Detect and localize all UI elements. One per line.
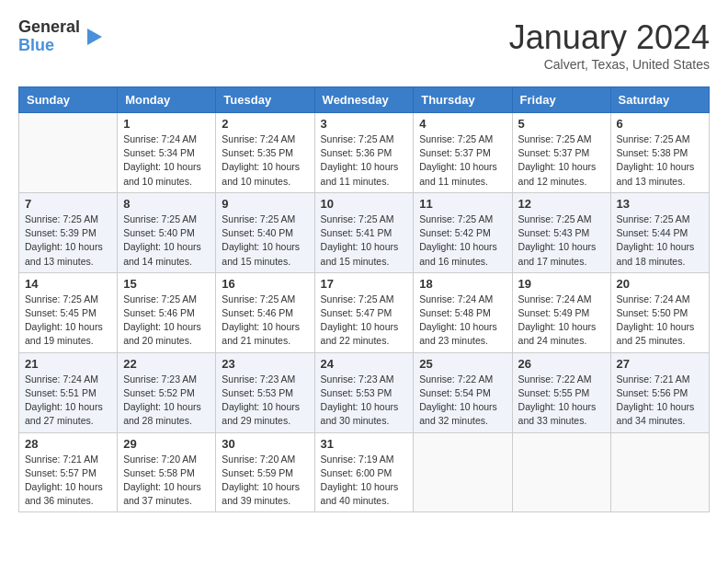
day-info: Sunrise: 7:21 AMSunset: 5:56 PMDaylight:…: [617, 373, 703, 429]
day-info: Sunrise: 7:20 AMSunset: 5:59 PMDaylight:…: [222, 453, 308, 509]
day-number: 17: [321, 277, 408, 291]
calendar-day-cell: 29Sunrise: 7:20 AMSunset: 5:58 PMDayligh…: [118, 432, 216, 512]
weekday-header-wednesday: Wednesday: [314, 87, 414, 113]
weekday-header-row: SundayMondayTuesdayWednesdayThursdayFrid…: [19, 87, 710, 113]
calendar-week-row: 14Sunrise: 7:25 AMSunset: 5:45 PMDayligh…: [19, 272, 710, 352]
day-number: 8: [123, 197, 210, 211]
day-info: Sunrise: 7:25 AMSunset: 5:40 PMDaylight:…: [222, 213, 308, 269]
calendar-day-cell: [414, 432, 512, 512]
day-number: 25: [419, 357, 506, 371]
day-number: 23: [222, 357, 308, 371]
logo-blue: Blue: [18, 37, 80, 55]
title-area: January 2024 Calvert, Texas, United Stat…: [509, 18, 710, 72]
calendar-week-row: 21Sunrise: 7:24 AMSunset: 5:51 PMDayligh…: [19, 352, 710, 432]
calendar-day-cell: 2Sunrise: 7:24 AMSunset: 5:35 PMDaylight…: [216, 113, 314, 193]
calendar-week-row: 1Sunrise: 7:24 AMSunset: 5:34 PMDaylight…: [19, 113, 710, 193]
calendar-day-cell: 21Sunrise: 7:24 AMSunset: 5:51 PMDayligh…: [19, 352, 118, 432]
day-info: Sunrise: 7:24 AMSunset: 5:35 PMDaylight:…: [222, 132, 308, 189]
day-number: 5: [518, 117, 605, 131]
calendar-day-cell: 7Sunrise: 7:25 AMSunset: 5:39 PMDaylight…: [19, 192, 118, 272]
day-info: Sunrise: 7:22 AMSunset: 5:55 PMDaylight:…: [518, 373, 605, 429]
calendar-day-cell: 13Sunrise: 7:25 AMSunset: 5:44 PMDayligh…: [610, 192, 709, 272]
day-number: 11: [419, 197, 506, 211]
weekday-header-thursday: Thursday: [414, 87, 512, 113]
weekday-header-friday: Friday: [512, 87, 610, 113]
calendar-day-cell: 31Sunrise: 7:19 AMSunset: 6:00 PMDayligh…: [314, 432, 414, 512]
logo: General Blue: [18, 18, 104, 55]
day-info: Sunrise: 7:25 AMSunset: 5:44 PMDaylight:…: [617, 213, 703, 269]
month-title: January 2024: [509, 18, 710, 57]
day-info: Sunrise: 7:25 AMSunset: 5:45 PMDaylight:…: [25, 293, 111, 349]
day-info: Sunrise: 7:23 AMSunset: 5:53 PMDaylight:…: [222, 373, 308, 429]
logo-icon: [85, 27, 104, 47]
day-number: 28: [25, 437, 111, 451]
calendar-day-cell: 22Sunrise: 7:23 AMSunset: 5:52 PMDayligh…: [118, 352, 216, 432]
day-info: Sunrise: 7:25 AMSunset: 5:46 PMDaylight:…: [222, 293, 308, 349]
weekday-header-sunday: Sunday: [19, 87, 118, 113]
day-number: 24: [321, 357, 408, 371]
calendar-day-cell: 5Sunrise: 7:25 AMSunset: 5:37 PMDaylight…: [512, 113, 610, 193]
calendar-day-cell: 28Sunrise: 7:21 AMSunset: 5:57 PMDayligh…: [19, 432, 118, 512]
calendar-day-cell: 6Sunrise: 7:25 AMSunset: 5:38 PMDaylight…: [610, 113, 709, 193]
header: General Blue January 2024 Calvert, Texas…: [18, 18, 710, 72]
calendar-day-cell: 3Sunrise: 7:25 AMSunset: 5:36 PMDaylight…: [314, 113, 414, 193]
calendar-day-cell: [610, 432, 709, 512]
day-number: 31: [321, 437, 408, 451]
svg-marker-0: [87, 29, 102, 45]
day-info: Sunrise: 7:20 AMSunset: 5:58 PMDaylight:…: [123, 453, 210, 509]
calendar-day-cell: [19, 113, 118, 193]
day-info: Sunrise: 7:23 AMSunset: 5:53 PMDaylight:…: [321, 373, 408, 429]
day-info: Sunrise: 7:24 AMSunset: 5:48 PMDaylight:…: [419, 293, 506, 349]
calendar-day-cell: 25Sunrise: 7:22 AMSunset: 5:54 PMDayligh…: [414, 352, 512, 432]
day-info: Sunrise: 7:25 AMSunset: 5:39 PMDaylight:…: [25, 213, 111, 269]
day-number: 1: [123, 117, 210, 131]
day-number: 30: [222, 437, 308, 451]
day-number: 10: [321, 197, 408, 211]
calendar-day-cell: 1Sunrise: 7:24 AMSunset: 5:34 PMDaylight…: [118, 113, 216, 193]
day-number: 18: [419, 277, 506, 291]
day-info: Sunrise: 7:24 AMSunset: 5:49 PMDaylight:…: [518, 293, 605, 349]
day-info: Sunrise: 7:23 AMSunset: 5:52 PMDaylight:…: [123, 373, 210, 429]
day-info: Sunrise: 7:24 AMSunset: 5:50 PMDaylight:…: [617, 293, 703, 349]
day-number: 7: [25, 197, 111, 211]
location-subtitle: Calvert, Texas, United States: [509, 57, 710, 72]
calendar-table: SundayMondayTuesdayWednesdayThursdayFrid…: [18, 86, 710, 512]
calendar-week-row: 28Sunrise: 7:21 AMSunset: 5:57 PMDayligh…: [19, 432, 710, 512]
calendar-day-cell: [512, 432, 610, 512]
day-number: 21: [25, 357, 111, 371]
weekday-header-saturday: Saturday: [610, 87, 709, 113]
calendar-day-cell: 30Sunrise: 7:20 AMSunset: 5:59 PMDayligh…: [216, 432, 314, 512]
day-number: 9: [222, 197, 308, 211]
calendar-day-cell: 12Sunrise: 7:25 AMSunset: 5:43 PMDayligh…: [512, 192, 610, 272]
day-number: 14: [25, 277, 111, 291]
calendar-day-cell: 24Sunrise: 7:23 AMSunset: 5:53 PMDayligh…: [314, 352, 414, 432]
day-number: 4: [419, 117, 506, 131]
day-number: 29: [123, 437, 210, 451]
day-info: Sunrise: 7:25 AMSunset: 5:41 PMDaylight:…: [321, 213, 408, 269]
day-number: 2: [222, 117, 308, 131]
day-number: 6: [617, 117, 703, 131]
day-info: Sunrise: 7:22 AMSunset: 5:54 PMDaylight:…: [419, 373, 506, 429]
day-number: 16: [222, 277, 308, 291]
day-info: Sunrise: 7:24 AMSunset: 5:51 PMDaylight:…: [25, 373, 111, 429]
day-info: Sunrise: 7:25 AMSunset: 5:46 PMDaylight:…: [123, 293, 210, 349]
calendar-day-cell: 16Sunrise: 7:25 AMSunset: 5:46 PMDayligh…: [216, 272, 314, 352]
calendar-day-cell: 27Sunrise: 7:21 AMSunset: 5:56 PMDayligh…: [610, 352, 709, 432]
day-info: Sunrise: 7:25 AMSunset: 5:37 PMDaylight:…: [419, 132, 506, 189]
calendar-day-cell: 4Sunrise: 7:25 AMSunset: 5:37 PMDaylight…: [414, 113, 512, 193]
day-info: Sunrise: 7:21 AMSunset: 5:57 PMDaylight:…: [25, 453, 111, 509]
day-info: Sunrise: 7:25 AMSunset: 5:42 PMDaylight:…: [419, 213, 506, 269]
calendar-day-cell: 20Sunrise: 7:24 AMSunset: 5:50 PMDayligh…: [610, 272, 709, 352]
day-number: 27: [617, 357, 703, 371]
day-number: 26: [518, 357, 605, 371]
calendar-day-cell: 17Sunrise: 7:25 AMSunset: 5:47 PMDayligh…: [314, 272, 414, 352]
calendar-day-cell: 9Sunrise: 7:25 AMSunset: 5:40 PMDaylight…: [216, 192, 314, 272]
calendar-week-row: 7Sunrise: 7:25 AMSunset: 5:39 PMDaylight…: [19, 192, 710, 272]
calendar-day-cell: 11Sunrise: 7:25 AMSunset: 5:42 PMDayligh…: [414, 192, 512, 272]
weekday-header-monday: Monday: [118, 87, 216, 113]
calendar-day-cell: 15Sunrise: 7:25 AMSunset: 5:46 PMDayligh…: [118, 272, 216, 352]
calendar-day-cell: 23Sunrise: 7:23 AMSunset: 5:53 PMDayligh…: [216, 352, 314, 432]
day-info: Sunrise: 7:19 AMSunset: 6:00 PMDaylight:…: [321, 453, 408, 509]
calendar-day-cell: 26Sunrise: 7:22 AMSunset: 5:55 PMDayligh…: [512, 352, 610, 432]
weekday-header-tuesday: Tuesday: [216, 87, 314, 113]
